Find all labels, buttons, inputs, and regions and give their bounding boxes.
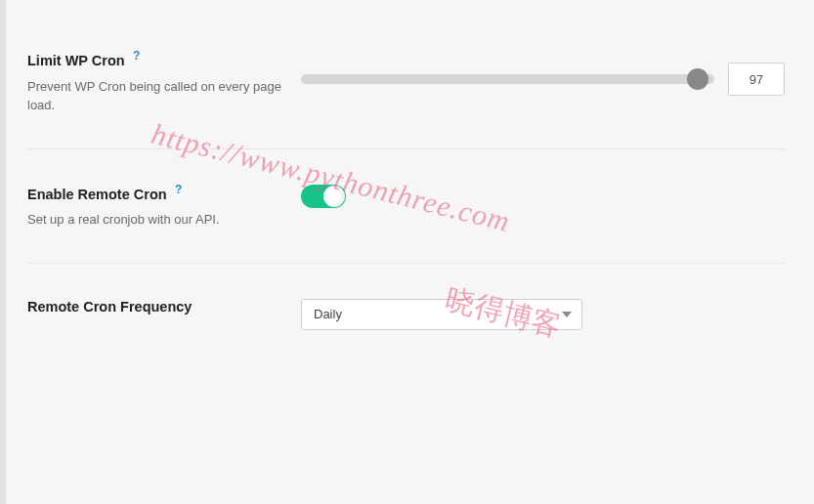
- help-icon[interactable]: ?: [133, 49, 140, 63]
- slider-value-input[interactable]: 97: [728, 63, 785, 96]
- setting-title: Limit WP Cron: [27, 53, 125, 68]
- chevron-down-icon: [562, 312, 572, 317]
- help-icon[interactable]: ?: [175, 183, 182, 196]
- control-column: Daily: [301, 297, 785, 330]
- control-column: 97: [301, 49, 785, 96]
- setting-description: Set up a real cronjob with our API.: [27, 210, 301, 230]
- left-rail: [0, 0, 6, 504]
- label-column: Remote Cron Frequency: [27, 297, 301, 316]
- setting-row-enable-remote-cron: Enable Remote Cron ? Set up a real cronj…: [27, 183, 785, 264]
- toggle-knob: [323, 186, 345, 207]
- setting-title: Remote Cron Frequency: [27, 299, 192, 315]
- settings-panel: Limit WP Cron ? Prevent WP Cron being ca…: [6, 0, 814, 504]
- label-column: Enable Remote Cron ? Set up a real cronj…: [27, 183, 301, 230]
- limit-wp-cron-slider[interactable]: [301, 74, 714, 84]
- select-value: Daily: [314, 307, 342, 321]
- enable-remote-cron-toggle[interactable]: [301, 185, 346, 208]
- setting-title: Enable Remote Cron: [27, 187, 167, 202]
- setting-description: Prevent WP Cron being called on every pa…: [27, 77, 301, 115]
- setting-row-remote-cron-frequency: Remote Cron Frequency Daily: [27, 297, 785, 354]
- setting-row-limit-wp-cron: Limit WP Cron ? Prevent WP Cron being ca…: [27, 49, 785, 149]
- remote-cron-frequency-select[interactable]: Daily: [301, 299, 582, 330]
- slider-thumb[interactable]: [687, 68, 708, 90]
- control-column: [301, 183, 785, 208]
- label-column: Limit WP Cron ? Prevent WP Cron being ca…: [27, 49, 301, 115]
